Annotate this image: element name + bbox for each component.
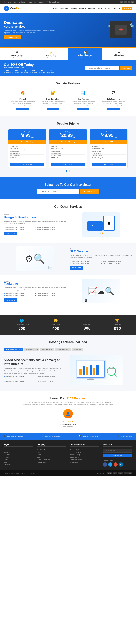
tab-video-slider[interactable]: ▶ Video Slider Lorem ipsum dolor sit ame… — [102, 48, 136, 60]
footer-link[interactable]: About VirtuRe — [37, 448, 66, 451]
service-btn-design[interactable]: READ MORE — [4, 232, 17, 236]
video-slider-desc: Lorem ipsum dolor sit amet — [104, 56, 135, 58]
footer-link[interactable]: Press — [37, 454, 66, 456]
firewall-icon: 🔥 — [19, 89, 26, 96]
footer-link[interactable]: About Us — [4, 451, 33, 454]
pricing-btn-cloud[interactable]: BUY IT NOW — [92, 162, 126, 166]
protection-btn[interactable]: READ DETAIL — [107, 108, 119, 110]
pricing-btn-reseller[interactable]: BUY IT NOW — [51, 162, 85, 166]
footer-link[interactable]: Blog — [37, 456, 66, 458]
domain-search-input[interactable] — [85, 66, 119, 70]
hosting-features-section: Hosting Features Included HIGH PERFORMAN… — [0, 335, 136, 391]
service-btn-seo[interactable]: READ MORE — [70, 266, 83, 270]
features-tab-protection[interactable]: PROTECTION — [40, 348, 54, 351]
amex-icon: AMEX — [118, 472, 123, 474]
footer-link[interactable]: Portfolio — [4, 456, 33, 458]
service-label-seo: Website — [70, 248, 132, 250]
service-text-marketing: Internet Marketing Lorem ipsum dolor sit… — [4, 280, 66, 302]
footer-link[interactable]: Dedicated Servers — [70, 458, 99, 461]
footer-link[interactable]: Terms & Conditions — [37, 458, 66, 461]
footer-email-input[interactable] — [103, 448, 132, 452]
features-tab-speed[interactable]: FASTER SPEED — [24, 348, 39, 351]
linkedin-icon[interactable]: in — [132, 1, 134, 4]
analysis-btn[interactable]: READ DETAIL — [77, 108, 89, 110]
footer-subscribe-button[interactable]: SUBSCRIBE — [103, 454, 132, 457]
footer-contact-chat: 💬 Click Here To Live Chat — [79, 435, 98, 437]
price-in: .in$1.95/year — [47, 70, 54, 74]
gplus-icon[interactable]: g — [128, 1, 130, 4]
stat-clients-value: 400 — [51, 326, 61, 331]
footer-linkedin-icon[interactable]: in — [119, 462, 123, 466]
footer-facebook-icon[interactable]: f — [103, 462, 107, 466]
logo-icon: V — [4, 6, 9, 11]
footer-subscribe-form: SUBSCRIBE — [103, 448, 132, 457]
nav-blog[interactable]: BLOG — [105, 8, 110, 9]
footer-link[interactable]: Website Design — [70, 454, 99, 456]
newsletter-email-input[interactable] — [37, 189, 79, 194]
pricing-features-reseller: 4 GB RAM 1018 SSD Cloud Storage Media Pa… — [49, 144, 87, 161]
starting-label-cloud: Starting At — [92, 131, 126, 133]
testimonials-section: Loved By 41169 Peoples Lorem ipsum dolor… — [0, 391, 136, 432]
pf-media-reseller: Media Package — [51, 150, 85, 152]
logo[interactable]: V VirtuRe — [4, 6, 19, 11]
encryption-btn[interactable]: READ DETAIL — [47, 108, 59, 110]
service-label-design: Website — [4, 214, 66, 216]
footer-link[interactable]: Domain Registration — [70, 448, 99, 451]
tab-vps-hosting[interactable]: ⚡ VPS Hosting Lorem ipsum dolor sit amet — [34, 48, 68, 60]
list-item: Lorem ipsum dolor sit amet — [4, 295, 35, 296]
hero-cta-button[interactable]: VIEW DETAILS — [4, 35, 21, 40]
footer-link[interactable]: Services — [4, 454, 33, 456]
service-title-design: Design & Development — [4, 216, 66, 219]
svg-rect-2 — [79, 369, 82, 375]
footer-link[interactable]: Home — [4, 448, 33, 451]
promo-bar: Get 10% Off Today by register a domain n… — [0, 60, 136, 76]
newsletter-subscribe-button[interactable]: SUBSCRIBE — [80, 189, 99, 194]
features-tab-cloud[interactable]: CLOUD HOSTING — [55, 348, 71, 351]
facebook-icon[interactable]: f — [120, 1, 123, 4]
footer-link[interactable]: Careers — [37, 451, 66, 454]
pf-support-shared: 24/7 Tech Support — [10, 157, 44, 159]
hero-desc: Lorem ipsum dolor sit amet, consectetuer… — [4, 30, 57, 34]
payment-icons: VISA MC AMEX PP DC — [107, 472, 132, 474]
footer-link[interactable]: VPS Hosting — [70, 461, 99, 463]
promo-subtitle: by register a domain name — [4, 67, 54, 69]
pf-ddos-shared: DDoS Protection — [10, 152, 44, 155]
tab-shared-hosting[interactable]: 🖥 Shared Hosting Lorem ipsum dolor sit a… — [0, 48, 34, 60]
nav-shop[interactable]: SHOP — [97, 8, 102, 9]
phone-text: T: 021 - 5599 - 01234 — [28, 1, 44, 3]
nav-hosting[interactable]: HOSTING — [60, 8, 68, 9]
feature-encryption: 🔐 Data Encryption Lorem ipsum dolor sit … — [40, 89, 66, 110]
nav-pages[interactable]: PAGES ▾ — [88, 8, 95, 9]
nav-whmcs[interactable]: WHMCS — [79, 8, 86, 9]
domain-search-button[interactable]: SEARCH — [120, 66, 132, 70]
stat-tea: 🏆 Cup of Tea 990 — [114, 318, 121, 331]
footer-link[interactable]: Blog — [4, 461, 33, 463]
pricing-dots — [4, 170, 132, 172]
features-tab-support[interactable]: SUPPORT — [72, 348, 83, 351]
footer-gplus-icon[interactable]: g — [114, 462, 118, 466]
footer-link[interactable]: Pricing — [4, 458, 33, 461]
price-cloud: $49.99/mo — [92, 133, 126, 138]
phone-icon: 📱 — [117, 435, 119, 437]
firewall-title: Firewall — [9, 98, 36, 100]
footer-link[interactable]: Privacy Policy — [37, 461, 66, 463]
footer-link[interactable]: SSL Certificates — [70, 451, 99, 454]
twitter-icon[interactable]: t — [124, 1, 127, 4]
nav-home[interactable]: HOME — [53, 8, 58, 9]
nav-domain[interactable]: DOMAIN — [70, 8, 77, 9]
firewall-btn[interactable]: READ DETAIL — [16, 108, 29, 110]
footer-link[interactable]: Email Hosting — [70, 456, 99, 458]
pricing-btn-shared[interactable]: BUY IT NOW — [10, 162, 44, 166]
price-reseller: $29.99/mo — [51, 133, 85, 138]
tab-dedicated-hosting[interactable]: 💾 Dedicated Hosting Lorem ipsum dolor si… — [68, 48, 102, 60]
footer-twitter-icon[interactable]: t — [108, 462, 112, 466]
service-btn-marketing[interactable]: READ MORE — [4, 298, 17, 302]
stat-clients-label: Happy Clients — [51, 324, 61, 325]
analysis-title: Data Analysis — [70, 98, 96, 100]
nav-cart[interactable]: ⊞ MENU — [122, 7, 132, 10]
pf-root-shared: Full Root Access — [10, 155, 44, 157]
features-tab-performance[interactable]: HIGH PERFORMANCE — [4, 348, 23, 351]
testimonial-company: CEO, Company — [4, 425, 132, 427]
nav-contact[interactable]: CONTACT — [112, 8, 120, 9]
footer-link[interactable]: Contact Us — [4, 463, 33, 466]
